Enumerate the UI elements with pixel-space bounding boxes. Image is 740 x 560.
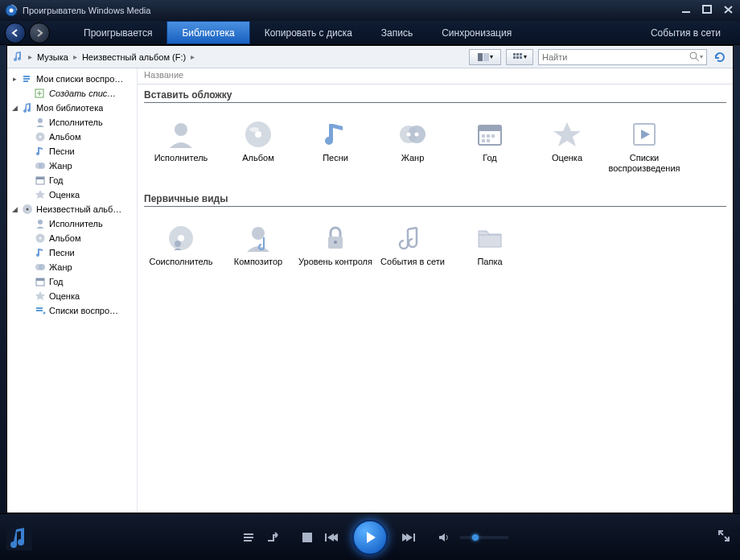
svg-rect-59 <box>244 537 253 538</box>
main-area: Название Вставить обложку Исполнитель Ал… <box>138 68 733 513</box>
chevron-icon[interactable]: ▸ <box>28 52 32 61</box>
minimize-button[interactable] <box>680 5 693 16</box>
svg-rect-62 <box>325 533 327 541</box>
svg-point-42 <box>415 133 419 137</box>
tree-genre[interactable]: Жанр <box>7 159 137 173</box>
volume-thumb[interactable] <box>472 534 479 541</box>
close-button[interactable] <box>722 5 735 16</box>
maximize-button[interactable] <box>701 5 714 16</box>
search-input[interactable] <box>542 52 689 62</box>
genre-icon <box>397 119 428 150</box>
svg-rect-9 <box>513 56 516 59</box>
grid-folder[interactable]: Папка <box>453 218 527 279</box>
svg-rect-8 <box>520 53 522 56</box>
tree-rating2[interactable]: Оценка <box>7 289 137 303</box>
tree-create-playlist[interactable]: Создать спис… <box>7 86 137 101</box>
grid-online[interactable]: События в сети <box>376 218 450 279</box>
svg-rect-6 <box>513 53 516 56</box>
chevron-icon[interactable]: ▸ <box>191 52 195 61</box>
genre-icon <box>35 160 46 171</box>
tree-unknown-album[interactable]: ◢ Неизвестный альб… <box>7 202 137 216</box>
svg-rect-5 <box>483 53 489 61</box>
svg-rect-14 <box>23 78 30 80</box>
tree-songs2[interactable]: Песни <box>7 245 137 260</box>
breadcrumb-album[interactable]: Неизвестный альбом (F:) <box>82 52 186 62</box>
search-icon[interactable] <box>689 51 700 64</box>
icons-view-button[interactable]: ▾ <box>506 49 533 65</box>
column-header-name[interactable]: Название <box>138 68 733 84</box>
tree-album2[interactable]: Альбом <box>7 231 137 245</box>
tree-playlists[interactable]: ▸ Мои списки воспро… <box>7 72 137 86</box>
grid-artist[interactable]: Исполнитель <box>144 114 218 175</box>
tree-year[interactable]: Год <box>7 173 137 187</box>
stop-button[interactable] <box>299 529 315 546</box>
tab-rip[interactable]: Копировать с диска <box>250 21 367 44</box>
tree-artist[interactable]: Исполнитель <box>7 115 137 130</box>
svg-rect-58 <box>244 533 253 535</box>
prev-button[interactable] <box>323 529 339 546</box>
forward-button[interactable] <box>29 23 50 43</box>
fullscreen-button[interactable] <box>717 529 734 546</box>
chevron-icon[interactable]: ▸ <box>73 52 77 61</box>
grid-songs[interactable]: Песни <box>298 114 372 175</box>
rating-icon <box>35 189 46 200</box>
collapse-icon[interactable]: ▸ <box>10 75 18 83</box>
section-insert-cover: Вставить обложку <box>138 84 733 102</box>
svg-rect-3 <box>703 6 711 13</box>
new-playlist-icon <box>35 88 46 99</box>
breadcrumb-root[interactable]: Музыка <box>37 52 68 62</box>
year-icon <box>35 175 46 186</box>
grid-coartist[interactable]: Соисполнитель <box>144 218 218 279</box>
svg-rect-32 <box>36 278 44 281</box>
play-button[interactable] <box>352 520 388 555</box>
playlist-button[interactable] <box>241 529 257 546</box>
grid-composer[interactable]: Композитор <box>221 218 295 279</box>
svg-rect-60 <box>244 540 252 541</box>
tree-artist2[interactable]: Исполнитель <box>7 216 137 231</box>
tree-year2[interactable]: Год <box>7 274 137 289</box>
grid-year[interactable]: Год <box>453 114 527 175</box>
album-icon <box>243 119 273 150</box>
artist-icon <box>35 117 46 128</box>
player-bar <box>0 513 740 560</box>
tab-library[interactable]: Библиотека <box>166 21 249 44</box>
tree-my-library[interactable]: ◢ Моя библиотека <box>7 101 137 115</box>
year-icon <box>35 276 46 287</box>
svg-point-19 <box>39 136 42 138</box>
svg-point-41 <box>407 133 411 137</box>
now-playing-art-icon[interactable] <box>6 525 32 550</box>
volume-slider[interactable] <box>460 536 508 539</box>
tree-playlists2[interactable]: Списки воспро… <box>7 303 137 318</box>
collapse-icon[interactable]: ◢ <box>10 205 18 213</box>
tab-online[interactable]: События в сети <box>636 21 735 44</box>
tree-album[interactable]: Альбом <box>7 130 137 144</box>
svg-point-26 <box>38 220 43 224</box>
grid-parental[interactable]: Уровень контроля <box>298 218 372 279</box>
shuffle-button[interactable] <box>265 529 282 546</box>
refresh-button[interactable] <box>712 49 728 65</box>
search-box[interactable]: ▾ <box>538 49 707 65</box>
playlist-icon <box>629 119 660 150</box>
grid-album[interactable]: Альбом <box>221 114 295 175</box>
svg-point-21 <box>39 163 45 169</box>
grid-playlists[interactable]: Списки воспроизведения <box>607 114 681 175</box>
grid-genre[interactable]: Жанр <box>376 114 450 175</box>
mute-button[interactable] <box>436 529 452 546</box>
tab-burn[interactable]: Запись <box>367 21 427 44</box>
breadcrumb-bar: ▸ Музыка ▸ Неизвестный альбом (F:) ▸ ▾ ▾… <box>7 46 733 68</box>
tree-rating[interactable]: Оценка <box>7 187 137 202</box>
svg-point-53 <box>175 241 181 247</box>
svg-rect-4 <box>478 53 483 61</box>
svg-point-25 <box>27 208 29 211</box>
tree-genre2[interactable]: Жанр <box>7 260 137 274</box>
grid-rating[interactable]: Оценка <box>530 114 604 175</box>
tab-sync[interactable]: Синхронизация <box>427 21 526 44</box>
svg-point-37 <box>255 131 261 138</box>
next-button[interactable] <box>401 529 417 546</box>
collapse-icon[interactable]: ◢ <box>10 104 18 112</box>
tab-now-playing[interactable]: Проигрывается <box>69 21 166 44</box>
composer-icon <box>243 223 273 253</box>
back-button[interactable] <box>5 23 26 43</box>
tree-songs[interactable]: Песни <box>7 144 137 159</box>
layout-view-button[interactable]: ▾ <box>469 49 501 65</box>
